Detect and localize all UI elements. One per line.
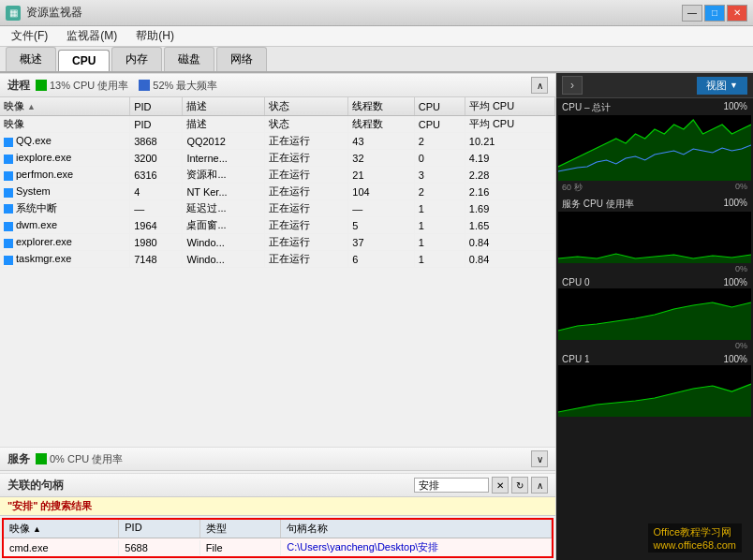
cpu-dot-green bbox=[36, 80, 47, 91]
title-bar-left: ▦ 资源监视器 bbox=[6, 5, 82, 21]
table-row: iexplore.exe3200Interne...正在运行3204.19 bbox=[0, 150, 555, 167]
process-icon bbox=[4, 256, 13, 265]
cpu0-percent: 100% bbox=[723, 277, 747, 287]
cpu1-label: CPU 1 bbox=[562, 354, 589, 364]
collapse-right-btn[interactable]: › bbox=[562, 76, 583, 95]
services-collapse-btn[interactable]: ∨ bbox=[531, 450, 548, 467]
handles-col-image[interactable]: 映像 ▲ bbox=[4, 520, 119, 538]
close-button[interactable]: ✕ bbox=[727, 5, 747, 22]
handles-section-header: 关联的句柄 ✕ ↻ ∧ bbox=[0, 473, 555, 497]
handles-search-input[interactable] bbox=[414, 478, 489, 493]
menu-monitor[interactable]: 监视器(M) bbox=[61, 26, 123, 46]
maximize-button[interactable]: □ bbox=[704, 5, 725, 22]
process-table-container[interactable]: 映像 ▲ PID 描述 状态 线程数 CPU 平均 CPU 映像PID描述状态线… bbox=[0, 97, 555, 447]
handles-col-pid[interactable]: PID bbox=[119, 520, 200, 538]
handles-table-header: 映像 ▲ PID 类型 句柄名称 bbox=[4, 520, 552, 538]
handles-search-bar: ✕ ↻ ∧ bbox=[414, 477, 548, 494]
cpu0-label: CPU 0 bbox=[562, 277, 589, 287]
services-cpu-indicator: 0% CPU 使用率 bbox=[36, 452, 123, 466]
minimize-button[interactable]: — bbox=[682, 5, 702, 22]
service-cpu-svg bbox=[558, 212, 751, 263]
process-table: 映像 ▲ PID 描述 状态 线程数 CPU 平均 CPU 映像PID描述状态线… bbox=[0, 97, 555, 268]
title-bar: ▦ 资源监视器 — □ ✕ bbox=[0, 0, 753, 26]
handles-results-header: "安排" 的搜索结果 bbox=[0, 497, 555, 516]
cpu0-label-row: CPU 0 100% bbox=[558, 276, 751, 288]
handles-title: 关联的句柄 bbox=[7, 478, 64, 494]
svg-marker-2 bbox=[558, 302, 751, 340]
tab-network[interactable]: 网络 bbox=[216, 47, 267, 71]
cpu-total-label-row: CPU – 总计 100% bbox=[558, 100, 751, 115]
cpu0-graph-block: CPU 0 100% 0% bbox=[558, 276, 751, 351]
process-icon bbox=[4, 204, 13, 214]
table-row: dwm.exe1964桌面窗...正在运行511.65 bbox=[0, 217, 555, 234]
handles-cell-pid: 5688 bbox=[119, 540, 200, 555]
cpu0-svg bbox=[558, 288, 751, 340]
title-buttons: — □ ✕ bbox=[682, 5, 747, 22]
menu-file[interactable]: 文件(F) bbox=[6, 26, 53, 46]
cpu0-bottom: 0% bbox=[558, 340, 751, 351]
process-icon bbox=[4, 239, 13, 248]
cpu0-canvas bbox=[558, 288, 751, 340]
col-desc[interactable]: 描述 bbox=[183, 97, 265, 116]
cpu-total-bottom: 60 秒 0% bbox=[558, 181, 751, 195]
search-refresh-btn[interactable]: ↻ bbox=[511, 477, 528, 494]
handles-table-container: 映像 ▲ PID 类型 句柄名称 cmd.exe 5688 File C:\Us… bbox=[2, 518, 554, 558]
process-icon bbox=[4, 138, 13, 147]
cpu-max-text: 52% 最大频率 bbox=[153, 79, 217, 93]
service-cpu-graph-block: 服务 CPU 使用率 100% 0% bbox=[558, 197, 751, 274]
handles-section: 关联的句柄 ✕ ↻ ∧ "安排" 的搜索结果 映像 ▲ PID 类型 句柄名称 bbox=[0, 473, 555, 560]
tab-cpu[interactable]: CPU bbox=[58, 50, 110, 71]
handles-col-name[interactable]: 句柄名称 bbox=[281, 520, 552, 538]
handles-cell-image: cmd.exe bbox=[4, 540, 119, 555]
cpu-total-percent: 100% bbox=[723, 101, 747, 114]
handles-results-label: "安排" 的搜索结果 bbox=[7, 500, 93, 511]
process-icon bbox=[4, 222, 13, 231]
process-icon bbox=[4, 171, 13, 181]
cpu-total-bottom-right: 0% bbox=[735, 182, 747, 194]
cpu-total-svg bbox=[558, 115, 751, 181]
handles-col-type[interactable]: 类型 bbox=[200, 520, 282, 538]
col-image[interactable]: 映像 ▲ bbox=[0, 97, 130, 116]
tab-memory[interactable]: 内存 bbox=[111, 47, 162, 71]
handles-cell-path: C:\Users\yancheng\Desktop\安排 bbox=[281, 538, 552, 556]
col-avgcpu[interactable]: 平均 CPU bbox=[465, 97, 554, 116]
right-panel-header: › 视图 ▼ bbox=[556, 73, 753, 98]
col-pid[interactable]: PID bbox=[130, 97, 183, 116]
col-cpu[interactable]: CPU bbox=[414, 97, 465, 116]
process-icon bbox=[4, 188, 13, 198]
services-header-left: 服务 0% CPU 使用率 bbox=[7, 451, 123, 467]
search-clear-btn[interactable]: ✕ bbox=[492, 477, 509, 494]
service-cpu-label: 服务 CPU 使用率 bbox=[562, 198, 634, 211]
handles-collapse-btn[interactable]: ∧ bbox=[531, 477, 548, 494]
tab-bar: 概述 CPU 内存 磁盘 网络 bbox=[0, 47, 753, 73]
service-cpu-percent: 100% bbox=[723, 198, 747, 211]
svg-marker-1 bbox=[558, 254, 751, 263]
cpu-dot-blue bbox=[139, 80, 150, 91]
process-collapse-btn[interactable]: ∧ bbox=[531, 77, 548, 94]
col-status[interactable]: 状态 bbox=[265, 97, 348, 116]
tab-disk[interactable]: 磁盘 bbox=[164, 47, 214, 71]
cpu-graph-section: CPU – 总计 100% 60 秒 0% bbox=[556, 98, 753, 560]
handles-row: cmd.exe 5688 File C:\Users\yancheng\Desk… bbox=[4, 538, 552, 556]
cpu1-graph-block: CPU 1 100% bbox=[558, 353, 751, 417]
process-title: 进程 bbox=[7, 78, 30, 94]
services-title: 服务 bbox=[7, 451, 30, 467]
services-section: 服务 0% CPU 使用率 ∨ bbox=[0, 447, 555, 473]
cpu-total-time: 60 秒 bbox=[562, 182, 583, 194]
services-section-header: 服务 0% CPU 使用率 ∨ bbox=[0, 447, 555, 471]
process-section-header: 进程 13% CPU 使用率 52% 最大频率 ∧ bbox=[0, 73, 555, 97]
process-section: 进程 13% CPU 使用率 52% 最大频率 ∧ 映像 ▲ PID bbox=[0, 73, 555, 447]
service-cpu-bottom-right: 0% bbox=[735, 264, 747, 273]
cpu-total-label: CPU – 总计 bbox=[562, 101, 611, 114]
tab-overview[interactable]: 概述 bbox=[6, 47, 56, 71]
cpu0-bottom-right: 0% bbox=[735, 341, 747, 350]
menu-help[interactable]: 帮助(H) bbox=[130, 26, 180, 46]
process-header-left: 进程 13% CPU 使用率 52% 最大频率 bbox=[7, 78, 217, 94]
service-cpu-label-row: 服务 CPU 使用率 100% bbox=[558, 197, 751, 212]
services-cpu-dot bbox=[36, 453, 47, 464]
app-icon: ▦ bbox=[6, 6, 21, 21]
table-row: explorer.exe1980Windo...正在运行3710.84 bbox=[0, 234, 555, 251]
view-button[interactable]: 视图 ▼ bbox=[697, 77, 747, 95]
col-threads[interactable]: 线程数 bbox=[348, 97, 414, 116]
right-panel: › 视图 ▼ CPU – 总计 100% bbox=[556, 73, 753, 560]
